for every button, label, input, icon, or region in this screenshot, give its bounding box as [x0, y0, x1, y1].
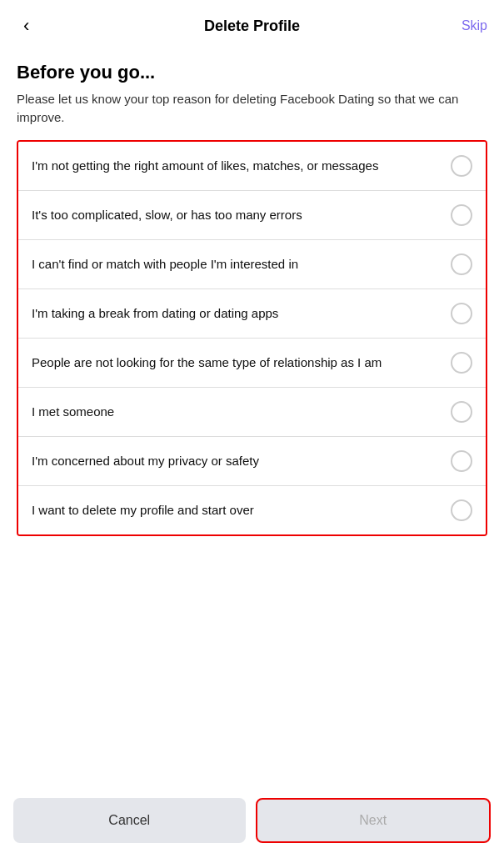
option-text: I met someone	[32, 403, 451, 420]
list-item[interactable]: People are not looking for the same type…	[18, 339, 486, 388]
radio-circle[interactable]	[451, 204, 472, 226]
options-list: I'm not getting the right amount of like…	[17, 140, 487, 536]
option-text: I'm concerned about my privacy or safety	[32, 452, 451, 469]
list-item[interactable]: I met someone	[18, 388, 486, 437]
header: ‹ Delete Profile Skip	[0, 0, 504, 48]
radio-circle[interactable]	[451, 352, 472, 374]
page-title: Delete Profile	[204, 18, 300, 35]
list-item[interactable]: I can't find or match with people I'm in…	[18, 240, 486, 289]
content-area: Before you go... Please let us know your…	[0, 48, 504, 536]
back-button[interactable]: ‹	[17, 13, 36, 38]
list-item[interactable]: I'm not getting the right amount of like…	[18, 142, 486, 191]
radio-circle[interactable]	[451, 253, 472, 275]
list-item[interactable]: I want to delete my profile and start ov…	[18, 486, 486, 534]
option-text: I'm taking a break from dating or dating…	[32, 304, 451, 322]
option-text: It's too complicated, slow, or has too m…	[32, 206, 451, 223]
list-item[interactable]: I'm taking a break from dating or dating…	[18, 289, 486, 339]
cancel-button[interactable]: Cancel	[13, 798, 246, 843]
list-item[interactable]: I'm concerned about my privacy or safety	[18, 437, 486, 486]
radio-circle[interactable]	[451, 401, 472, 423]
radio-circle[interactable]	[451, 499, 472, 521]
section-title: Before you go...	[17, 62, 487, 83]
radio-circle[interactable]	[451, 450, 472, 472]
radio-circle[interactable]	[451, 155, 472, 177]
radio-circle[interactable]	[451, 303, 472, 324]
option-text: I'm not getting the right amount of like…	[32, 157, 451, 174]
footer: Cancel Next	[0, 788, 504, 853]
skip-button[interactable]: Skip	[462, 18, 487, 33]
option-text: I want to delete my profile and start ov…	[32, 501, 451, 519]
option-text: I can't find or match with people I'm in…	[32, 255, 451, 273]
option-text: People are not looking for the same type…	[32, 354, 451, 371]
list-item[interactable]: It's too complicated, slow, or has too m…	[18, 191, 486, 240]
next-button[interactable]: Next	[256, 798, 492, 843]
section-subtitle: Please let us know your top reason for d…	[17, 90, 487, 127]
